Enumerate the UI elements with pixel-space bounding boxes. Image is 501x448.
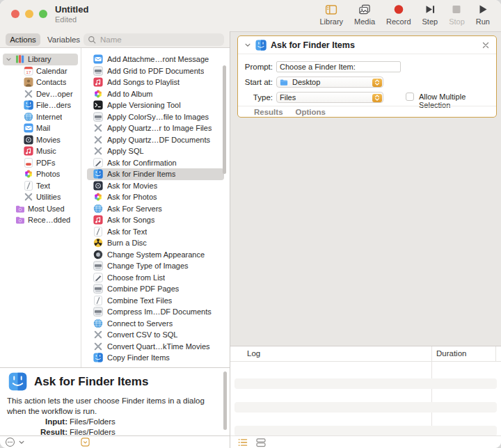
close-action-icon[interactable] [482,41,490,49]
action-item-burn-a-disc[interactable]: Burn a Disc [87,237,224,249]
description-pane: Ask for Finder Items This action lets th… [0,367,230,435]
duration-column-header[interactable]: Duration [436,349,466,358]
sidebar-item-internet[interactable]: Internet [3,111,78,123]
sidebar-item-most-used[interactable]: Most Used [3,203,78,215]
ellipsis-circle-icon[interactable] [5,437,15,447]
action-item-label: Connect to Servers [107,319,173,328]
sidebar-item-text[interactable]: Text [3,180,78,192]
action-item-add-attachme-ront-message[interactable]: Add Attachme…ront Message [87,54,224,65]
chevron-down-icon[interactable] [18,439,25,446]
allow-multiple-selection-checkbox[interactable] [406,93,414,101]
log-header: Log Duration [230,346,501,362]
sidebar-item-movies[interactable]: Movies [3,134,78,146]
close-window-button[interactable] [11,10,19,18]
sidebar-item-library[interactable]: Library [3,54,78,65]
media-icon [358,3,371,16]
prompt-field[interactable]: Choose a Finder Item: [276,61,401,72]
action-item-convert-quart-ktime-movies[interactable]: Convert Quart…kTime Movies [87,341,224,353]
category-sidebar: Library 17 Calendar Contacts Dev…oper Fi… [0,48,81,367]
action-item-label: Ask for Text [107,227,147,236]
action-item-apple-versioning-tool[interactable]: Apple Versioning Tool [87,99,224,111]
description-header: Ask for Finder Items [8,372,148,391]
sidebar-item-dev-oper[interactable]: Dev…oper [3,88,78,100]
terminal-icon [93,100,103,110]
action-item-label: Ask For Servers [107,205,162,213]
action-item-label: Ask for Movies [107,182,157,190]
action-item-change-type-of-images[interactable]: Change Type of Images [87,260,224,272]
action-item-ask-for-confirmation[interactable]: Ask for Confirmation [87,157,224,169]
actions-scrollbar[interactable] [223,65,226,174]
action-item-convert-csv-to-sql[interactable]: Convert CSV to SQL [87,329,224,341]
action-item-label: Add Attachme…ront Message [107,55,209,63]
sidebar-item-calendar[interactable]: 17 Calendar [3,65,78,77]
xtools-icon [93,342,103,351]
library-icon [325,3,337,16]
results-button[interactable]: Results [254,108,283,116]
action-item-ask-for-movies[interactable]: Ask for Movies [87,180,224,192]
action-item-ask-for-text[interactable]: Ask for Text [87,226,224,238]
sidebar-item-utilities[interactable]: Utilities [3,191,78,203]
start-at-popup[interactable]: Desktop [276,77,383,88]
prompt-value: Choose a Finder Item: [280,63,356,71]
library-tabstrip: Actions Variables [0,31,230,48]
search-input[interactable] [99,35,220,45]
sidebar-item-label: Utilities [36,193,61,201]
action-item-apply-sql[interactable]: Apply SQL [87,145,224,157]
sidebar-item-photos[interactable]: Photos [3,168,78,180]
docgray-icon [93,284,103,294]
stop-button[interactable]: Stop [443,3,470,26]
action-item-connect-to-servers[interactable]: Connect to Servers [87,318,224,330]
media-button[interactable]: Media [349,3,381,26]
list-view-icon[interactable] [237,437,248,448]
action-item-change-system-appearance[interactable]: Change System Appearance [87,249,224,261]
sidebar-item-mail[interactable]: Mail [3,122,78,134]
action-item-apply-quartz-r-to-image-files[interactable]: Apply Quartz…r to Image Files [87,122,224,134]
description-body: This action lets the user choose Finder … [7,396,224,417]
finder-icon [24,100,33,110]
window-toolbar: Untitled Edited Library Media Record Ste… [0,0,501,31]
action-item-ask-for-servers[interactable]: Ask For Servers [87,203,224,215]
action-item-label: Ask for Confirmation [107,159,177,167]
description-scrollbar[interactable] [223,371,227,430]
flower-icon [93,89,103,99]
stack-view-icon[interactable] [255,437,267,448]
docgray-icon [93,261,103,271]
action-item-label: Choose from List [107,273,165,282]
search-field[interactable] [84,33,224,46]
action-item-add-to-album[interactable]: Add to Album [87,88,224,100]
step-button[interactable]: Step [417,3,444,26]
action-item-apply-colorsy-file-to-images[interactable]: Apply ColorSy…file to Images [87,111,224,123]
tab-actions[interactable]: Actions [6,33,40,46]
record-button[interactable]: Record [381,3,416,26]
workflow-badge-icon[interactable] [81,438,90,447]
type-popup[interactable]: Files [276,92,383,103]
action-item-ask-for-finder-items[interactable]: Ask for Finder Items [87,168,224,180]
action-item-label: Apple Versioning Tool [107,101,181,109]
options-button[interactable]: Options [296,108,326,116]
zoom-window-button[interactable] [39,10,47,18]
action-item-compress-im-df-documents[interactable]: Compress Im…DF Documents [87,306,224,318]
action-item-choose-from-list[interactable]: Choose from List [87,272,224,284]
action-item-add-grid-to-pdf-documents[interactable]: Add Grid to PDF Documents [87,65,224,77]
sidebar-item-file-ders[interactable]: File…ders [3,99,78,111]
action-item-add-songs-to-playlist[interactable]: Add Songs to Playlist [87,77,224,88]
action-item-ask-for-photos[interactable]: Ask for Photos [87,191,224,203]
action-item-apply-quartz-df-documents[interactable]: Apply Quartz…DF Documents [87,134,224,146]
minimize-window-button[interactable] [25,10,33,18]
sidebar-item-contacts[interactable]: Contacts [3,77,78,88]
sidebar-item-rece-dded[interactable]: Rece…dded [3,214,78,226]
action-item-ask-for-songs[interactable]: Ask for Songs [87,214,224,226]
action-item-combine-text-files[interactable]: Combine Text Files [87,295,224,307]
action-card[interactable]: Ask for Finder Items Prompt: Choose a Fi… [237,35,497,118]
input-label: Input: [0,417,67,427]
folderpurple-icon [15,215,25,225]
run-button[interactable]: Run [470,3,495,26]
log-column-header[interactable]: Log [247,349,260,358]
sidebar-item-music[interactable]: Music [3,145,78,157]
library-button[interactable]: Library [314,3,349,26]
collapse-chevron-icon[interactable] [244,42,251,49]
tab-variables[interactable]: Variables [43,33,84,46]
sidebar-item-pdfs[interactable]: PDFs [3,157,78,169]
action-item-combine-pdf-pages[interactable]: Combine PDF Pages [87,283,224,295]
action-item-copy-finder-items[interactable]: Copy Finder Items [87,352,224,364]
